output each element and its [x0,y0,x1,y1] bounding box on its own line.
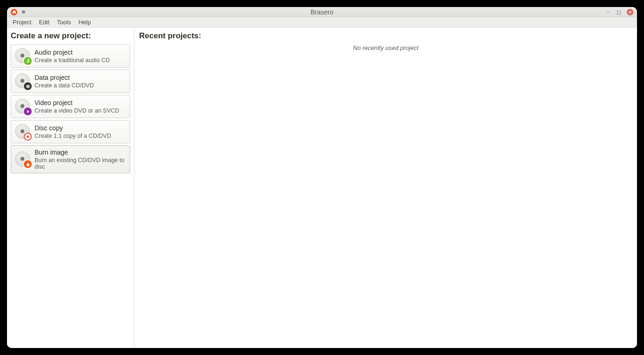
project-type-list: Audio project Create a traditional audio… [11,44,130,173]
menubar: Project Edit Tools Help [7,17,637,28]
menu-project[interactable]: Project [9,18,35,27]
video-project-icon [15,99,31,114]
menu-edit[interactable]: Edit [35,18,53,27]
data-project-icon [15,73,31,89]
data-project-button[interactable]: Data project Create a data CD/DVD [11,70,130,93]
burn-image-desc: Burn an existing CD/DVD image to disc [35,157,126,170]
create-project-header: Create a new project: [11,31,130,41]
create-project-pane: Create a new project: Audio project Crea… [7,28,134,348]
audio-project-title: Audio project [35,49,110,56]
data-project-desc: Create a data CD/DVD [35,82,94,89]
video-project-button[interactable]: Video project Create a video DVD or an S… [11,95,130,118]
audio-project-icon [15,48,31,64]
menu-tools[interactable]: Tools [53,18,75,27]
disc-copy-button[interactable]: Disc copy Create 1:1 copy of a CD/DVD [11,120,130,143]
data-project-title: Data project [35,74,94,81]
audio-project-button[interactable]: Audio project Create a traditional audio… [11,44,130,68]
video-project-title: Video project [35,99,119,106]
app-home-icon[interactable] [11,9,17,15]
main-window: Brasero － ◻ Project Edit Tools Help Crea… [7,7,637,348]
recent-projects-header: Recent projects: [139,31,632,41]
titlebar: Brasero － ◻ [7,7,637,17]
audio-project-desc: Create a traditional audio CD [35,57,110,64]
window-title: Brasero [7,8,637,16]
content-area: Create a new project: Audio project Crea… [7,28,637,348]
titlebar-indicator-dot [22,10,25,14]
video-project-desc: Create a video DVD or an SVCD [35,107,119,114]
disc-copy-desc: Create 1:1 copy of a CD/DVD [35,133,111,139]
burn-image-icon [15,151,31,167]
burn-image-button[interactable]: Burn image Burn an existing CD/DVD image… [11,145,130,173]
burn-image-title: Burn image [35,149,126,156]
menu-help[interactable]: Help [75,18,95,27]
disc-copy-title: Disc copy [35,124,111,132]
maximize-button[interactable]: ◻ [616,9,621,15]
disc-copy-icon [15,124,31,140]
minimize-button[interactable]: － [605,8,611,16]
recent-projects-pane: Recent projects: No recently used projec… [134,28,637,348]
close-button[interactable] [627,9,633,15]
recent-projects-empty-text: No recently used project [139,44,632,51]
